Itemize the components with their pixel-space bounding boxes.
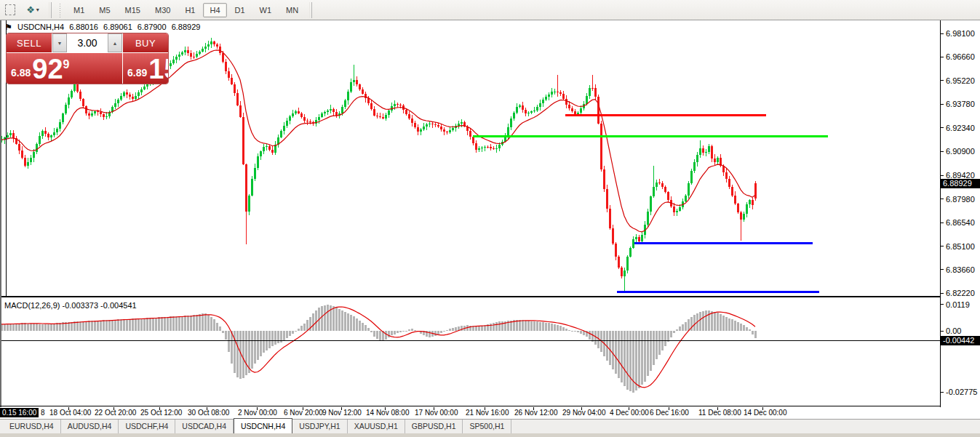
time-axis-label: 25 Oct 12:00 — [140, 409, 182, 417]
price-axis-tick — [940, 269, 944, 270]
time-axis-label: 26 Nov 12:00 — [514, 409, 558, 417]
buy-button[interactable]: BUY — [123, 33, 168, 52]
macd-chart-canvas[interactable] — [1, 298, 940, 406]
time-axis-label: 9 Nov 12:00 — [322, 409, 362, 417]
chart-tab-audusd-h4[interactable]: AUDUSD,H4 — [61, 420, 119, 433]
chart-symbol-period: USDCNH,H4 — [17, 23, 64, 31]
timeframe-button-m15[interactable]: M15 — [119, 3, 147, 17]
timeframe-button-mn[interactable]: MN — [279, 3, 305, 17]
chart-tab-usdcad-h4[interactable]: USDCAD,H4 — [175, 420, 234, 433]
macd-indicator-pane[interactable] — [1, 298, 940, 406]
timeframe-button-h1[interactable]: H1 — [178, 3, 202, 17]
macd-axis-tick — [940, 331, 944, 332]
price-axis-tick — [940, 175, 944, 176]
toolbar-separator — [51, 2, 52, 18]
chart-tab-usdchf-h4[interactable]: USDCHF,H4 — [119, 420, 175, 433]
volume-increase-button[interactable]: ▲ — [108, 33, 122, 52]
timeframe-button-m1[interactable]: M1 — [67, 3, 91, 17]
timeframe-button-w1[interactable]: W1 — [253, 3, 279, 17]
flag-icon: ⚑ — [5, 23, 12, 31]
sell-button[interactable]: SELL — [7, 33, 52, 52]
price-axis-tick — [940, 104, 944, 105]
chart-tab-usdcnh-h4[interactable]: USDCNH,H4 — [234, 418, 292, 433]
price-axis-label: 6.98100 — [946, 29, 975, 38]
chart-tab-xauusd-h1[interactable]: XAUUSD,H1 — [348, 420, 405, 433]
one-click-trading-widget: SELL ▼ 3.00 ▲ BUY 6.88 92 9 6.89 15 4 — [6, 33, 169, 84]
price-axis-label: 6.82220 — [946, 289, 975, 297]
price-axis-tick — [940, 246, 944, 246]
chart-tab-sp500-h1[interactable]: SP500,H1 — [463, 420, 511, 433]
top-toolbar: ❖ ▾ M1M5M15M30H1H4D1W1MN — [0, 0, 980, 20]
macd-label: MACD(12,26,9) -0.003373 -0.004541 — [4, 301, 137, 310]
time-axis[interactable]: 0.15 16:00 8 18 Oct 04:0022 Oct 20:0025 … — [0, 407, 980, 419]
price-axis-label: 6.92340 — [946, 124, 975, 132]
partial-date-label: 8 — [41, 409, 45, 417]
price-axis-label: 6.90900 — [946, 147, 975, 156]
timeframe-buttons: M1M5M15M30H1H4D1W1MN — [66, 3, 306, 17]
price-axis-label: 6.96660 — [946, 52, 975, 61]
time-axis-label: 30 Oct 08:00 — [188, 409, 229, 417]
price-axis-label: 6.85100 — [946, 242, 975, 251]
time-axis-label: 6 Nov 20:00 — [284, 409, 323, 417]
price-axis-tick — [940, 127, 944, 128]
current-macd-label: -0.00442 — [941, 336, 980, 345]
pane-separator[interactable] — [1, 296, 940, 297]
volume-stepper: ▼ 3.00 ▲ — [52, 33, 122, 52]
time-axis-label: 22 Oct 20:00 — [95, 409, 136, 417]
macd-axis-tick — [940, 392, 944, 393]
buy-price-panel[interactable]: 6.89 15 4 — [123, 53, 168, 84]
chevron-down-icon: ▾ — [36, 7, 39, 13]
time-axis-label: 14 Nov 08:00 — [366, 409, 410, 417]
macd-axis-label: 0.0119 — [946, 300, 970, 309]
price-axis-label: 6.86540 — [946, 218, 975, 227]
objects-dropdown-icon[interactable]: ❖ ▾ — [20, 3, 45, 17]
price-axis-label: 6.83660 — [946, 265, 975, 274]
time-axis-label: 6 Dec 16:00 — [650, 409, 689, 417]
vline-time-label: 0.15 16:00 — [0, 408, 39, 417]
current-price-label: 6.88929 — [941, 179, 980, 188]
time-axis-label: 17 Nov 00:00 — [415, 409, 458, 417]
price-axis-tick — [940, 222, 944, 223]
macd-axis-label: -0.02775 — [946, 388, 977, 396]
timeframe-button-m30[interactable]: M30 — [148, 3, 177, 17]
time-axis-label: 2 Nov 00:00 — [238, 409, 277, 417]
price-axis-label: 6.87980 — [946, 195, 975, 204]
ohlc-open: 6.88016 — [69, 23, 98, 31]
toolbar-grip[interactable] — [59, 3, 62, 17]
chart-tab-bar: EURUSD,H4AUDUSD,H4USDCHF,H4USDCAD,H4USDC… — [0, 419, 980, 433]
buy-price-big: 15 — [148, 57, 169, 81]
price-axis-label: 6.95220 — [946, 76, 975, 85]
volume-field[interactable]: 3.00 — [67, 33, 108, 52]
timeframe-button-h4[interactable]: H4 — [203, 3, 226, 17]
price-axis-tick — [940, 151, 944, 152]
ohlc-low: 6.87900 — [138, 23, 167, 31]
price-axis-tick — [940, 33, 944, 34]
time-axis-label: 11 Dec 08:00 — [698, 409, 741, 417]
chart-tab-usdjpy-h1[interactable]: USDJPY,H1 — [292, 420, 347, 433]
macd-axis-label: 0.00 — [946, 326, 961, 335]
selection-cursor-icon[interactable] — [2, 3, 18, 17]
price-axis-label: 6.93780 — [946, 100, 975, 108]
price-axis-tick — [940, 57, 944, 57]
price-axis-tick — [940, 199, 944, 199]
macd-axis-tick — [940, 304, 944, 305]
sell-price-sup: 9 — [63, 58, 70, 71]
volume-decrease-button[interactable]: ▼ — [52, 33, 67, 52]
timeframe-button-d1[interactable]: D1 — [228, 3, 252, 17]
time-axis-label: 4 Dec 00:00 — [610, 409, 649, 417]
macd-pane-bottom-border — [0, 406, 940, 406]
ohlc-close: 6.88929 — [172, 23, 201, 31]
objects-icon: ❖ — [26, 5, 35, 15]
chart-tab-eurusd-h4[interactable]: EURUSD,H4 — [3, 420, 61, 433]
buy-price-small: 6.89 — [127, 67, 147, 79]
chart-ohlc-header: ⚑ USDCNH,H4 6.88016 6.89061 6.87900 6.88… — [5, 23, 203, 32]
toolbar-separator-2 — [311, 2, 312, 18]
time-axis-label: 29 Nov 04:00 — [562, 409, 606, 417]
ohlc-high: 6.89061 — [103, 23, 132, 31]
window-bottom-strip — [0, 433, 980, 437]
timeframe-button-m5[interactable]: M5 — [92, 3, 116, 17]
chart-tab-gbpusd-h1[interactable]: GBPUSD,H1 — [405, 420, 463, 433]
sell-price-panel[interactable]: 6.88 92 9 — [7, 53, 122, 84]
time-axis-label: 18 Oct 04:00 — [49, 409, 91, 417]
sell-price-small: 6.88 — [11, 67, 31, 79]
